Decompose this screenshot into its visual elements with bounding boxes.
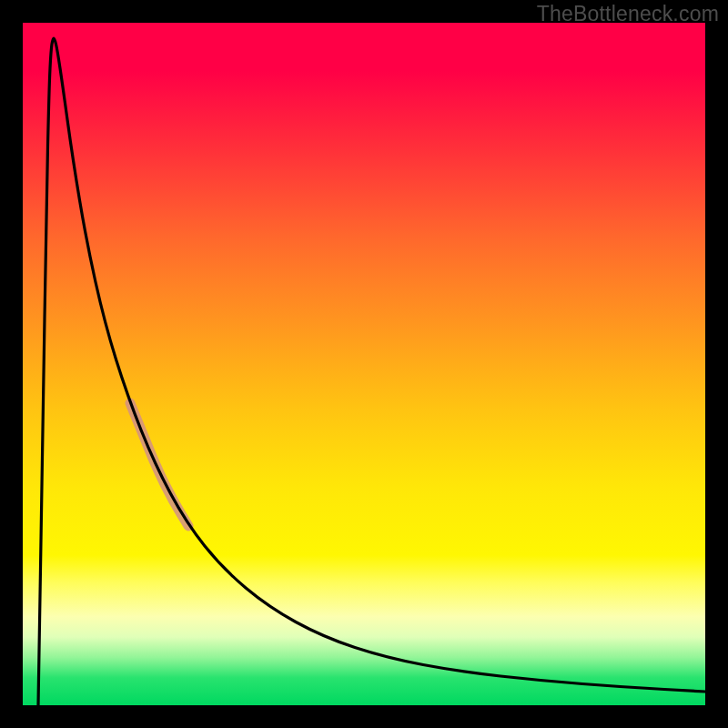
watermark-text: TheBottleneck.com bbox=[537, 2, 719, 26]
plot-area bbox=[23, 23, 705, 705]
main-curve bbox=[38, 38, 705, 705]
chart-container: TheBottleneck.com bbox=[0, 0, 728, 728]
curve-overlay bbox=[23, 23, 705, 705]
